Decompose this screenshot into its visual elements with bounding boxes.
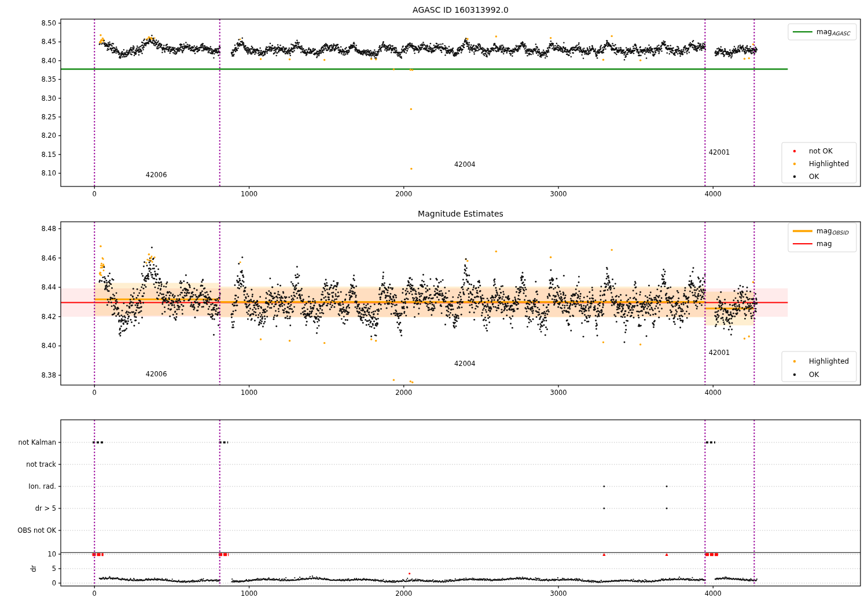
legend-point-sample — [793, 163, 796, 165]
axes-layer: 0100020003000400001000200030004000010002… — [17, 19, 860, 598]
y-tick-label: 8.10 — [41, 169, 56, 177]
flag-row-label: not track — [26, 460, 56, 468]
legend-label: OK — [809, 173, 819, 181]
chart-overlay: AGASC ID 160313992.0 Magnitude Estimates… — [0, 0, 868, 608]
x-tick-label: 3000 — [550, 589, 567, 598]
x-tick-label: 1000 — [241, 389, 258, 397]
x-tick-label: 3000 — [550, 190, 567, 198]
dr-tick-label: 5 — [52, 565, 56, 573]
y-tick-label: 8.46 — [41, 254, 56, 262]
obsid-label-top: 42006 — [146, 171, 167, 179]
x-tick-label: 4000 — [705, 389, 722, 397]
legend-label: Highlighted — [809, 357, 849, 365]
legend-label: not OK — [809, 147, 833, 155]
x-tick-label: 4000 — [705, 589, 722, 598]
y-tick-label: 8.48 — [41, 225, 56, 233]
y-tick-label: 8.20 — [41, 131, 56, 140]
y-tick-label: 8.44 — [41, 283, 56, 291]
legend-label: OK — [809, 371, 819, 379]
y-tick-label: 8.30 — [41, 94, 56, 102]
x-tick-label: 2000 — [395, 190, 412, 198]
obsid-label-top: 42001 — [709, 148, 730, 156]
dr-tick-label: 10 — [47, 550, 56, 558]
obsid-label-top: 42004 — [454, 160, 476, 169]
legends: magAGASCnot OKHighlightedOKmagOBSIDmagHi… — [782, 24, 856, 382]
obsid-label-middle: 42006 — [146, 370, 167, 378]
y-tick-label: 8.35 — [41, 75, 56, 83]
x-tick-label: 4000 — [705, 190, 722, 198]
legend-label: mag — [816, 240, 832, 248]
flag-row-label: dr > 5 — [35, 504, 56, 512]
magnitude-estimates-figure: AGASC ID 160313992.0 Magnitude Estimates… — [0, 0, 868, 608]
legend-point-sample — [793, 360, 796, 362]
y-tick-label: 8.38 — [41, 371, 56, 379]
obsid-annotations: 420064200642004420044200142001 — [146, 148, 730, 378]
x-tick-label: 0 — [93, 389, 97, 397]
x-tick-label: 3000 — [550, 389, 567, 397]
legend-point-sample — [793, 175, 796, 178]
y-tick-label: 8.42 — [41, 313, 56, 321]
x-tick-label: 1000 — [241, 589, 258, 598]
obsid-label-middle: 42004 — [454, 360, 476, 368]
flag-row-label: OBS not OK — [17, 526, 56, 534]
y-tick-label: 8.45 — [41, 38, 56, 46]
legend-label: Highlighted — [809, 160, 849, 168]
obsid-label-middle: 42001 — [709, 349, 730, 357]
x-tick-label: 2000 — [395, 389, 412, 397]
y-tick-label: 8.40 — [41, 57, 56, 65]
y-tick-label: 8.25 — [41, 113, 56, 121]
y-tick-label: 8.50 — [41, 19, 56, 27]
y-tick-label: 8.40 — [41, 342, 56, 350]
middle-plot-title: Magnitude Estimates — [418, 209, 503, 218]
bottom-plot-frame — [61, 420, 860, 586]
dr-tick-label: 0 — [52, 579, 56, 587]
legend-middle-points — [782, 351, 856, 382]
x-tick-label: 0 — [93, 190, 97, 198]
x-tick-label: 2000 — [395, 589, 412, 598]
flag-row-label: Ion. rad. — [28, 482, 56, 490]
x-tick-label: 1000 — [241, 190, 258, 198]
legend-point-sample — [793, 373, 796, 376]
dr-axis-label: dr — [30, 565, 38, 572]
top-plot-title: AGASC ID 160313992.0 — [413, 5, 509, 14]
legend-point-sample — [793, 150, 796, 152]
flag-row-label: not Kalman — [18, 438, 56, 446]
x-tick-label: 0 — [93, 589, 97, 598]
y-tick-label: 8.15 — [41, 151, 56, 159]
